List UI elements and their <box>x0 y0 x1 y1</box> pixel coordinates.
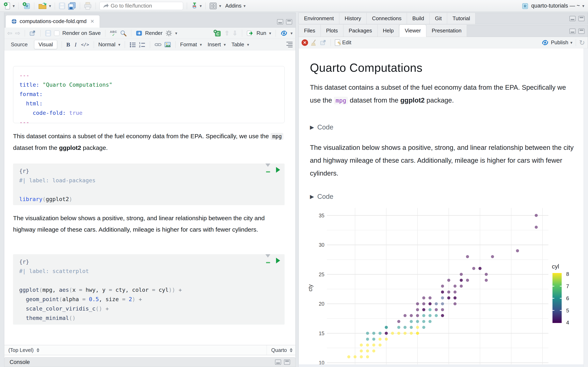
version-control-caret[interactable]: ▾ <box>200 3 202 8</box>
back-icon[interactable]: ⇦ <box>7 30 12 37</box>
outline-toggle-icon[interactable] <box>286 42 293 47</box>
popout-window-icon[interactable] <box>29 30 36 36</box>
code-token: = <box>109 287 116 293</box>
minimize-pane-icon[interactable] <box>277 19 283 25</box>
tab-plots[interactable]: Plots <box>321 25 343 37</box>
close-tab-icon[interactable]: ✕ <box>90 18 94 24</box>
minimize-pane-icon[interactable] <box>570 16 576 21</box>
tab-git[interactable]: Git <box>430 13 447 24</box>
insert-chunk-icon[interactable]: C <box>213 30 222 37</box>
tab-help[interactable]: Help <box>378 25 399 37</box>
viewer-content[interactable]: Quarto Computations This dataset contain… <box>298 48 588 367</box>
run-button[interactable]: Run <box>256 30 266 36</box>
tab-files[interactable]: Files <box>299 25 321 37</box>
paragraph-style-select[interactable]: Normal <box>98 42 116 48</box>
outline-scope-selector[interactable]: (Top Level) <box>8 347 34 353</box>
code-chunk-scatterplot[interactable]: {r}#| label: scatterplot ggplot(mpg, aes… <box>13 254 285 325</box>
tab-viewer[interactable]: Viewer <box>399 25 426 37</box>
addins-menu[interactable]: Addins <box>225 3 242 9</box>
numbered-list-icon[interactable]: 12 <box>139 42 145 48</box>
format-menu[interactable]: Format <box>180 42 197 48</box>
tab-connections[interactable]: Connections <box>367 13 407 24</box>
italic-icon[interactable]: I <box>75 42 76 48</box>
maximize-pane-icon[interactable] <box>286 19 292 25</box>
maximize-pane-icon[interactable] <box>579 29 585 34</box>
run-previous-icon[interactable]: ⇧ <box>224 30 229 37</box>
insert-caret[interactable]: ▾ <box>224 42 226 47</box>
tab-tutorial[interactable]: Tutorial <box>447 13 476 24</box>
code-chunk-load-packages[interactable]: {r}#| label: load-packages library(ggplo… <box>13 164 285 205</box>
tab-build[interactable]: Build <box>407 13 430 24</box>
tab-history[interactable]: History <box>339 13 367 24</box>
tab-environment[interactable]: Environment <box>299 13 339 24</box>
image-icon[interactable] <box>164 42 171 48</box>
search-icon[interactable] <box>120 30 127 36</box>
format-caret[interactable]: ▾ <box>200 42 202 47</box>
addins-caret[interactable]: ▾ <box>243 3 246 8</box>
disclosure-triangle-icon: ▶ <box>310 193 314 200</box>
maximize-pane-icon[interactable] <box>579 16 585 21</box>
tab-presentation[interactable]: Presentation <box>426 25 467 37</box>
tab-packages[interactable]: Packages <box>343 25 378 37</box>
render-button[interactable]: Render <box>145 30 163 36</box>
panes-layout-caret[interactable]: ▾ <box>219 3 221 8</box>
run-chunks-above-icon[interactable] <box>265 167 271 173</box>
goto-file-box[interactable] <box>99 2 183 10</box>
insert-menu[interactable]: Insert <box>208 42 221 48</box>
code-fold-toggle-1[interactable]: ▶ Code <box>310 123 333 131</box>
run-chunk-icon[interactable] <box>276 167 280 173</box>
save-all-icon[interactable] <box>68 2 76 10</box>
viewer-scrollbar[interactable] <box>584 48 588 367</box>
open-recent-caret[interactable]: ▾ <box>49 3 51 8</box>
viewer-popout-icon[interactable] <box>320 40 327 46</box>
goto-file-input[interactable] <box>111 3 176 9</box>
editor-tab-qmd[interactable]: computations-code-fold.qmd ✕ <box>6 15 100 27</box>
editor-content[interactable]: ---title: "Quarto Computations"format: h… <box>4 50 296 358</box>
source-mode-button[interactable]: Source <box>7 40 31 49</box>
run-chunk-icon[interactable] <box>276 258 280 263</box>
new-file-icon[interactable] <box>4 2 11 10</box>
project-menu[interactable]: R quarto-tutorials — ~ ▾ <box>521 2 584 10</box>
render-settings-gear-icon[interactable] <box>165 30 172 37</box>
source-publish-caret[interactable]: ▾ <box>291 31 293 36</box>
minimize-pane-icon[interactable] <box>570 29 576 34</box>
table-menu[interactable]: Table <box>232 42 244 48</box>
data-point <box>460 279 463 282</box>
link-icon[interactable] <box>155 42 162 48</box>
refresh-viewer-icon[interactable]: ↻ <box>579 39 585 47</box>
publish-button[interactable]: Publish <box>551 39 568 46</box>
open-file-icon[interactable] <box>38 2 47 10</box>
print-icon[interactable] <box>84 2 92 10</box>
panes-layout-icon[interactable] <box>209 2 217 9</box>
bold-icon[interactable]: B <box>66 42 70 48</box>
source-publish-icon[interactable] <box>280 30 288 37</box>
doc-type-selector[interactable]: Quarto <box>267 345 287 355</box>
run-chunks-above-icon[interactable] <box>265 258 271 264</box>
maximize-console-icon[interactable] <box>284 359 290 365</box>
table-caret[interactable]: ▾ <box>247 42 249 47</box>
minimize-console-icon[interactable] <box>275 359 281 365</box>
clear-viewer-icon[interactable]: ✕ <box>302 39 308 46</box>
inline-code-icon[interactable]: </> <box>81 42 89 47</box>
run-caret[interactable]: ▾ <box>269 31 271 36</box>
code-fold-toggle-2[interactable]: ▶ Code <box>310 193 333 200</box>
run-next-icon[interactable]: ⇩ <box>232 30 237 37</box>
visual-mode-button[interactable]: Visual <box>34 40 57 49</box>
bullet-list-icon[interactable] <box>130 42 136 48</box>
render-settings-caret[interactable]: ▾ <box>175 31 177 36</box>
spellcheck-icon[interactable]: ABC ✓ <box>110 30 117 36</box>
paragraph-style-caret[interactable]: ▾ <box>118 42 120 47</box>
new-file-caret[interactable]: ▾ <box>13 3 15 8</box>
yaml-metadata-block[interactable]: ---title: "Quarto Computations"format: h… <box>13 66 285 123</box>
version-control-icon[interactable]: G <box>191 2 198 10</box>
save-doc-icon[interactable] <box>45 30 51 36</box>
forward-icon[interactable]: ⇨ <box>15 30 20 37</box>
edit-button[interactable]: ✎ Edit <box>335 39 351 46</box>
new-project-icon[interactable]: R <box>22 2 30 10</box>
console-pane-header[interactable]: Console <box>4 357 296 367</box>
publish-caret[interactable]: ▾ <box>570 40 572 45</box>
data-point <box>422 296 425 300</box>
save-icon[interactable] <box>59 2 66 9</box>
broom-icon[interactable] <box>311 39 317 46</box>
render-on-save-checkbox[interactable] <box>54 31 60 36</box>
